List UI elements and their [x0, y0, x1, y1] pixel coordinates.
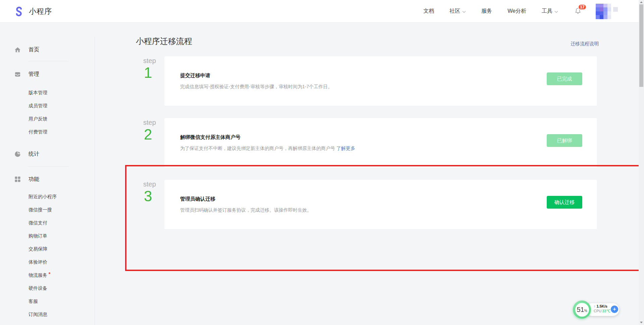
step-card-title: 管理员确认迁移: [180, 196, 537, 202]
sidebar-item-home[interactable]: 首页: [14, 45, 95, 54]
nav-tools[interactable]: 工具: [542, 8, 558, 15]
upload-arrow-icon: ↑: [594, 304, 596, 308]
mini-program-logo[interactable]: 小程序: [13, 6, 52, 17]
scrollbar-down-arrow[interactable]: [640, 322, 643, 323]
step-card-title: 提交迁移申请: [180, 72, 537, 79]
step-word: step: [143, 119, 164, 126]
nav-docs[interactable]: 文档: [423, 8, 434, 15]
sidebar-item-customer-service[interactable]: 客服: [29, 295, 95, 308]
sidebar-item-wechat-search[interactable]: 微信搜一搜: [29, 203, 95, 216]
step-word: step: [143, 180, 164, 188]
main-content: 小程序迁移流程 迁移流程说明 step 1 提交迁移申请 完成信息填写-授权验证…: [95, 23, 639, 325]
notification-bell[interactable]: 17: [574, 7, 582, 16]
sidebar-item-experience-evaluation[interactable]: 体验评价: [29, 256, 95, 269]
step-row-2: step 2 解绑微信支付原主体商户号 为了保证支付不中断，建议先绑定新主体的商…: [143, 118, 597, 168]
memory-usage-ball[interactable]: 51 %: [573, 301, 591, 319]
notification-badge: 17: [578, 4, 587, 10]
new-feature-dot: [49, 272, 50, 274]
scrollbar-up-arrow[interactable]: [640, 1, 643, 3]
sidebar-item-label: 物流服务: [29, 272, 47, 278]
confirm-migration-button[interactable]: 确认迁移: [547, 196, 582, 209]
sidebar-item-member-management[interactable]: 成员管理: [29, 99, 95, 112]
nav-tools-label: 工具: [542, 8, 552, 15]
bell-icon: [574, 10, 582, 15]
nav-community[interactable]: 社区: [449, 8, 466, 15]
migration-help-link[interactable]: 迁移流程说明: [571, 41, 599, 47]
step-card-description: 管理员扫码确认并签订服务协议，完成迁移。该操作即时生效。: [180, 207, 537, 213]
page-title: 小程序迁移流程: [136, 36, 639, 47]
sidebar-item-subscription-messages[interactable]: 订阅消息: [29, 308, 95, 321]
step-indicator-1: step 1: [143, 56, 164, 106]
scrollbar-thumb[interactable]: [639, 4, 643, 87]
step-indicator-2: step 2: [143, 118, 164, 168]
step-row-3: step 3 管理员确认迁移 管理员扫码确认并签订服务协议，完成迁移。该操作即时…: [143, 180, 597, 229]
sidebar-divider: [28, 166, 69, 167]
step-card-2: 解绑微信支付原主体商户号 为了保证支付不中断，建议先绑定新主体的商户号，再解绑原…: [164, 118, 597, 168]
cpu-temperature: 33℃: [602, 309, 610, 313]
step-number: 3: [144, 188, 164, 204]
sidebar-item-user-feedback[interactable]: 用户反馈: [29, 112, 95, 125]
step-card-description: 完成信息填写-授权验证-支付费用-审核等步骤，审核时间为1-7个工作日。: [180, 84, 537, 90]
step-number: 2: [144, 126, 164, 143]
cpu-label: CPU: [594, 309, 601, 313]
learn-more-link[interactable]: 了解更多: [336, 146, 355, 151]
percent-symbol: %: [584, 309, 587, 313]
sidebar-item-shopping-orders[interactable]: 购物订单: [29, 229, 95, 242]
memory-usage-value: 51 %: [575, 303, 589, 317]
top-header: 小程序 文档 社区 服务 We分析 工具 17: [0, 0, 639, 23]
sidebar-item-label: 管理: [29, 71, 39, 78]
step2-unbound-button: 已解绑: [547, 134, 582, 147]
nav-community-label: 社区: [449, 8, 460, 15]
step-indicator-3: step 3: [143, 180, 164, 229]
home-icon: [14, 47, 21, 53]
sidebar-item-label: 首页: [29, 46, 39, 53]
sidebar-item-version-management[interactable]: 版本管理: [29, 86, 95, 99]
performance-widget-stats: ↑1.5K/s CPU33℃: [594, 304, 610, 313]
sidebar-item-statistics[interactable]: 统计: [14, 149, 95, 159]
step-card-description: 为了保证支付不中断，建议先绑定新主体的商户号，再解绑原主体的商户号了解更多: [180, 146, 537, 152]
logo-text: 小程序: [29, 6, 52, 16]
chevron-down-icon: [554, 8, 558, 14]
sidebar-item-paid-management[interactable]: 付费管理: [29, 125, 95, 139]
step-row-1: step 1 提交迁移申请 完成信息填写-授权验证-支付费用-审核等步骤，审核时…: [143, 56, 597, 106]
step-card-title: 解绑微信支付原主体商户号: [180, 134, 537, 141]
step-card-1: 提交迁移申请 完成信息填写-授权验证-支付费用-审核等步骤，审核时间为1-7个工…: [164, 56, 597, 106]
sidebar-item-manage[interactable]: 管理: [14, 69, 95, 79]
avatar-blur-artifact: [613, 7, 618, 12]
sidebar-item-wechat-pay[interactable]: 微信支付: [29, 216, 95, 229]
sidebar-item-label: 统计: [29, 151, 39, 158]
migration-steps: step 1 提交迁移申请 完成信息填写-授权验证-支付费用-审核等步骤，审核时…: [143, 56, 597, 229]
cpu-row: CPU33℃: [594, 309, 610, 313]
nav-services[interactable]: 服务: [481, 8, 492, 15]
pie-chart-icon: [14, 151, 21, 157]
step-word: step: [143, 57, 164, 65]
nav-we-analysis[interactable]: We分析: [507, 8, 526, 15]
header-nav: 文档 社区 服务 We分析 工具: [423, 8, 558, 15]
chevron-down-icon: [462, 8, 466, 14]
avatar[interactable]: [596, 4, 611, 19]
percent-number: 51: [577, 306, 584, 314]
mini-program-logo-icon: [13, 6, 25, 17]
sidebar: 首页 管理 版本管理 成员管理 用户反馈 付费管理 统计: [0, 23, 95, 325]
sidebar-item-features[interactable]: 功能: [14, 174, 95, 184]
step-number: 1: [144, 65, 164, 81]
sidebar-item-transaction-guarantee[interactable]: 交易保障: [29, 242, 95, 256]
vertical-scrollbar[interactable]: [639, 0, 644, 325]
tray-icon: [14, 71, 21, 77]
sidebar-item-label: 功能: [29, 176, 39, 183]
network-speed-row: ↑1.5K/s: [594, 304, 610, 309]
sidebar-item-logistics-service[interactable]: 物流服务: [29, 269, 95, 282]
network-speed-value: 1.5K/s: [597, 304, 607, 308]
grid-icon: [14, 176, 21, 182]
sidebar-item-hardware-devices[interactable]: 硬件设备: [29, 282, 95, 295]
sidebar-divider: [28, 61, 69, 61]
step-card-description-text: 为了保证支付不中断，建议先绑定新主体的商户号，再解绑原主体的商户号: [180, 146, 335, 151]
step-card-3: 管理员确认迁移 管理员扫码确认并签订服务协议，完成迁移。该操作即时生效。 确认迁…: [164, 180, 597, 229]
step1-completed-button: 已完成: [547, 72, 582, 85]
widget-plus-button[interactable]: +: [611, 306, 618, 313]
sidebar-item-nearby-mini-programs[interactable]: 附近的小程序: [29, 190, 95, 203]
